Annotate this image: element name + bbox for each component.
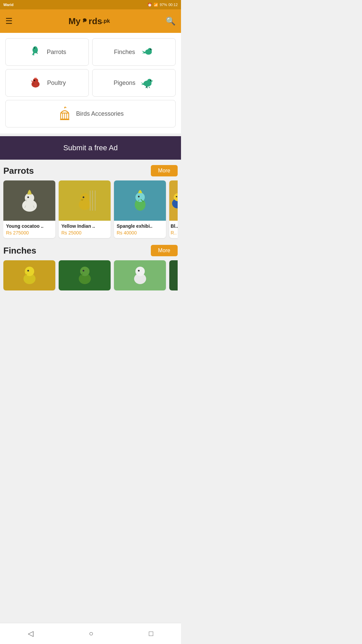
category-pigeons[interactable]: Pigeons (92, 69, 176, 97)
parrot-card-2[interactable]: Yellow Indian .. Rs 25000 (59, 180, 111, 238)
header: ☰ My rds .pk 🔍 (0, 9, 181, 33)
parrot-card-4-price: R.. (171, 230, 178, 235)
alarm-icon: ⏰ (147, 3, 152, 7)
parrots-more-button[interactable]: More (151, 165, 178, 176)
finches-more-button[interactable]: More (151, 245, 178, 256)
svg-point-32 (176, 196, 177, 197)
svg-point-23 (82, 197, 84, 198)
categories-section: Parrots Finches (0, 33, 181, 133)
submit-ad-label: Submit a free Ad (63, 144, 118, 152)
parrot-card-1-title: Young cocatoo .. (6, 223, 53, 229)
parrots-section: Parrots More Young cocatoo .. (0, 160, 181, 243)
pigeons-label: Pigeons (114, 79, 135, 87)
finches-section: Finches More (0, 243, 181, 317)
svg-point-10 (147, 79, 152, 84)
svg-rect-26 (95, 191, 96, 211)
parrot-card-1-price: Rs 275000 (6, 230, 53, 235)
svg-point-29 (138, 196, 139, 198)
parrot-card-3-title: Spangle exhibi.. (117, 223, 163, 229)
parrots-section-header: Parrots More (3, 165, 178, 176)
poultry-icon (28, 75, 43, 90)
finches-label: Finches (114, 49, 135, 56)
svg-point-1 (33, 46, 37, 50)
svg-point-38 (82, 270, 84, 272)
svg-point-41 (138, 270, 139, 272)
cage-icon (57, 106, 72, 121)
parrot-card-1-info: Young cocatoo .. Rs 275000 (3, 221, 55, 238)
poultry-label: Poultry (47, 79, 66, 87)
carrier-label: Warid (3, 3, 13, 7)
svg-point-20 (27, 197, 29, 198)
logo: My rds .pk (68, 16, 110, 26)
svg-point-35 (27, 270, 29, 272)
finches-cards-row (3, 260, 178, 290)
menu-button[interactable]: ☰ (5, 16, 13, 26)
logo-bird-icon (81, 17, 88, 25)
time-label: 00:12 (168, 3, 178, 7)
category-poultry[interactable]: Poultry (5, 69, 89, 97)
svg-point-2 (34, 48, 35, 49)
submit-ad-banner[interactable]: Submit a free Ad (0, 136, 181, 160)
svg-point-28 (135, 193, 145, 202)
svg-rect-25 (92, 191, 93, 211)
finch-card-3[interactable] (114, 260, 166, 290)
logo-my: My (68, 16, 80, 26)
battery-label: 97% (160, 3, 167, 7)
parrots-label: Parrots (47, 49, 66, 56)
parrots-section-title: Parrots (3, 166, 34, 176)
parrot-card-2-price: Rs 25000 (61, 230, 108, 235)
parrot-card-4-title: Bl.. (171, 223, 178, 229)
status-icons: ⏰ 📶 97% 00:12 (147, 3, 178, 7)
finches-section-title: Finches (3, 246, 36, 256)
svg-point-11 (150, 80, 151, 81)
svg-point-8 (34, 80, 35, 81)
parrot-card-4-partial[interactable]: Bl.. R.. (169, 180, 178, 238)
svg-point-22 (80, 193, 89, 203)
accessories-label: Birds Accessories (76, 110, 124, 117)
parrots-cards-row: Young cocatoo .. Rs 275000 (3, 180, 178, 243)
finch-card-1[interactable] (3, 260, 55, 290)
parrot-card-3[interactable]: Spangle exhibi.. Rs 40000 (114, 180, 166, 238)
svg-point-40 (135, 267, 145, 276)
logo-birds: rds (88, 16, 102, 26)
parrot-card-3-price: Rs 40000 (117, 230, 163, 235)
logo-domain: .pk (102, 18, 110, 24)
parrot-card-3-info: Spangle exhibi.. Rs 40000 (114, 221, 166, 238)
parrot-card-4-partial-info: Bl.. R.. (169, 221, 178, 238)
parrot-card-2-title: Yellow Indian .. (61, 223, 108, 229)
svg-point-19 (25, 193, 34, 203)
category-parrots[interactable]: Parrots (5, 38, 89, 66)
finch-card-2[interactable] (59, 260, 111, 290)
svg-rect-17 (60, 119, 69, 120)
categories-row-3: Birds Accessories (5, 100, 176, 127)
wifi-icon: 📶 (154, 3, 158, 7)
svg-point-5 (150, 49, 151, 50)
categories-row-1: Parrots Finches (5, 38, 176, 66)
pigeon-icon (139, 75, 154, 90)
svg-rect-24 (90, 191, 90, 211)
parrot-card-2-info: Yellow Indian .. Rs 25000 (59, 221, 111, 238)
parrot-icon (28, 45, 43, 59)
finch-card-4-partial[interactable] (169, 260, 178, 290)
finches-section-header: Finches More (3, 245, 178, 256)
parrot-card-1[interactable]: Young cocatoo .. Rs 275000 (3, 180, 55, 238)
categories-row-2: Poultry Pigeons (5, 69, 176, 97)
search-button[interactable]: 🔍 (166, 16, 176, 26)
finch-icon (139, 45, 154, 59)
category-finches[interactable]: Finches (92, 38, 176, 66)
status-bar: Warid ⏰ 📶 97% 00:12 (0, 0, 181, 9)
category-accessories[interactable]: Birds Accessories (5, 100, 176, 127)
